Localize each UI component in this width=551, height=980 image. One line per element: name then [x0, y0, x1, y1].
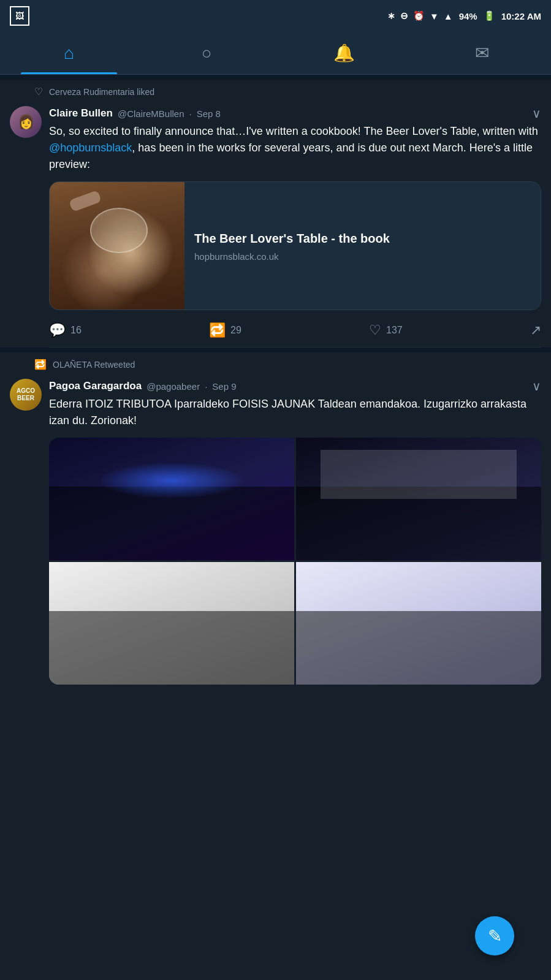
tweet-1-more-button[interactable]: ∨: [532, 106, 541, 121]
tweet-2-right: Pagoa Garagardoa @pagoabeer · Sep 9 ∨ Ed…: [49, 379, 541, 685]
avatar-claire[interactable]: 👩: [10, 106, 42, 138]
tweet-1-user-info: Claire Bullen @ClaireMBullen · Sep 8: [49, 107, 221, 120]
tweet-1-mention[interactable]: @hopburnsblack: [49, 142, 132, 154]
tweet-section-2: 🔁 OLAÑETA Retweeted AGCOBEER Pagoa Garag…: [0, 352, 551, 685]
retweet-icon: 🔁: [209, 322, 226, 338]
like-button[interactable]: ♡ 137: [369, 322, 403, 338]
tweet-1-author-handle[interactable]: @ClaireMBullen: [118, 108, 184, 119]
bell-icon: 🔔: [333, 43, 355, 63]
nav-messages[interactable]: ✉: [413, 32, 551, 74]
liked-indicator: ♡ Cerveza Rudimentaria liked: [0, 80, 551, 100]
tweet-2-user-info: Pagoa Garagardoa @pagoabeer · Sep 9: [49, 380, 237, 392]
crowd-image-4-sim: [296, 562, 541, 685]
compose-icon: ✎: [488, 926, 502, 946]
compose-button[interactable]: ✎: [475, 916, 514, 955]
tweet-2-author-name[interactable]: Pagoa Garagardoa: [49, 380, 142, 392]
share-icon: ↗: [530, 322, 541, 338]
nav-bar: ⌂ ○ 🔔 ✉: [0, 32, 551, 75]
mail-icon: ✉: [475, 43, 489, 63]
status-bar: 🖼 ∗ ⊖ ⏰ ▼ ▲ 94% 🔋 10:22 AM: [0, 0, 551, 32]
status-right: ∗ ⊖ ⏰ ▼ ▲ 94% 🔋 10:22 AM: [387, 10, 541, 21]
reply-button[interactable]: 💬 16: [49, 322, 82, 338]
retweet-indicator: 🔁 OLAÑETA Retweeted: [0, 352, 551, 373]
tweet-2-left: AGCOBEER: [10, 379, 42, 685]
reply-count: 16: [70, 325, 82, 336]
home-icon: ⌂: [64, 44, 74, 63]
tweet-1-header: Claire Bullen @ClaireMBullen · Sep 8 ∨: [49, 106, 541, 121]
liked-by-text: Cerveza Rudimentaria liked: [49, 87, 154, 97]
link-card-url: hopburnsblack.co.uk: [194, 251, 531, 262]
share-button[interactable]: ↗: [530, 322, 541, 338]
section-divider-2: [0, 348, 551, 352]
retweet-count: 29: [230, 325, 241, 336]
battery-level: 94%: [459, 11, 477, 21]
tweet-1-actions: 💬 16 🔁 29 ♡ 137 ↗: [49, 319, 541, 348]
bluetooth-icon: ∗: [387, 10, 395, 21]
avatar-claire-image: 👩: [10, 106, 42, 138]
retweeted-by-text: OLAÑETA Retweeted: [53, 360, 135, 370]
signal-icon: ▲: [444, 11, 453, 21]
food-image-simulation: [50, 182, 184, 310]
retweet-indicator-icon: 🔁: [34, 359, 47, 370]
tweet-1: 👩 Claire Bullen @ClaireMBullen · Sep 8 ∨…: [0, 100, 551, 348]
grid-image-2[interactable]: [296, 438, 541, 560]
heart-icon: ♡: [34, 86, 43, 97]
section-divider: [0, 75, 551, 80]
photo-icon: 🖼: [10, 6, 29, 26]
clock: 10:22 AM: [501, 11, 541, 21]
tweet-1-author-name[interactable]: Claire Bullen: [49, 107, 113, 120]
tweet-1-date-value: Sep 8: [197, 108, 221, 119]
crowd-image-1-sim: [49, 438, 294, 560]
tweet-2-more-button[interactable]: ∨: [532, 379, 541, 393]
reply-icon: 💬: [49, 322, 66, 338]
status-icons: ∗ ⊖ ⏰ ▼ ▲: [387, 10, 453, 21]
crowd-image-3-sim: [49, 562, 294, 685]
search-icon: ○: [202, 44, 212, 63]
tweet-1-link-card[interactable]: The Beer Lover's Table - the book hopbur…: [49, 181, 541, 310]
battery-icon: 🔋: [484, 10, 495, 21]
tweet-2-author-handle[interactable]: @pagoabeer: [146, 381, 200, 392]
tweet-section-1: ♡ Cerveza Rudimentaria liked 👩 Claire Bu…: [0, 80, 551, 348]
retweet-button[interactable]: 🔁 29: [209, 322, 241, 338]
avatar-pagoa-image: AGCOBEER: [10, 379, 42, 411]
like-icon: ♡: [369, 322, 381, 338]
link-card-title: The Beer Lover's Table - the book: [194, 230, 531, 246]
tweet-1-date: ·: [189, 108, 192, 119]
tweet-2-image-grid: [49, 438, 541, 685]
grid-image-1[interactable]: [49, 438, 294, 560]
alarm-icon: ⏰: [413, 10, 425, 21]
grid-image-4[interactable]: [296, 562, 541, 685]
like-count: 137: [386, 325, 403, 336]
link-card-content: The Beer Lover's Table - the book hopbur…: [184, 182, 541, 310]
status-left: 🖼: [10, 6, 29, 26]
link-card-image: [50, 182, 184, 310]
grid-image-3[interactable]: [49, 562, 294, 685]
tweet-2: AGCOBEER Pagoa Garagardoa @pagoabeer · S…: [0, 373, 551, 685]
crowd-image-2-sim: [296, 438, 541, 560]
tweet-2-date-dot: ·: [205, 381, 207, 392]
nav-search[interactable]: ○: [138, 32, 276, 74]
tweet-2-body: Ederra ITOIZ TRIBUTOA Iparraldeko FOISIS…: [49, 396, 541, 429]
tweet-1-body-start: So, so excited to finally announce that……: [49, 125, 538, 137]
tweet-1-left: 👩: [10, 106, 42, 348]
tweet-2-header: Pagoa Garagardoa @pagoabeer · Sep 9 ∨: [49, 379, 541, 393]
nav-home[interactable]: ⌂: [0, 32, 138, 74]
dnd-icon: ⊖: [400, 10, 408, 21]
tweet-1-right: Claire Bullen @ClaireMBullen · Sep 8 ∨ S…: [49, 106, 541, 348]
avatar-pagoa[interactable]: AGCOBEER: [10, 379, 42, 411]
tweet-1-body: So, so excited to finally announce that……: [49, 123, 541, 173]
tweet-2-date-value: Sep 9: [212, 381, 236, 392]
tweet-2-body-text: Ederra ITOIZ TRIBUTOA Iparraldeko FOISIS…: [49, 398, 526, 427]
wifi-icon: ▼: [430, 11, 439, 21]
nav-notifications[interactable]: 🔔: [276, 32, 414, 74]
